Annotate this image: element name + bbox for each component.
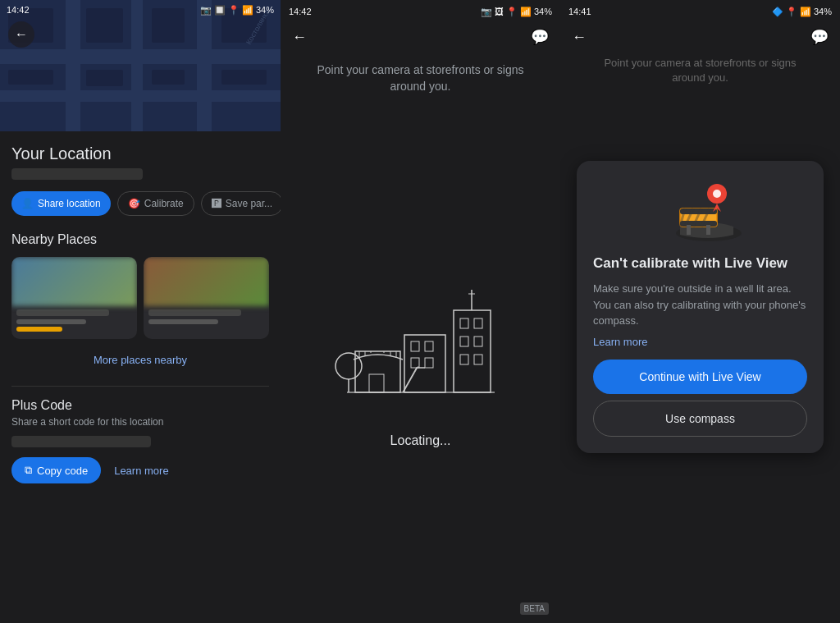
battery-panel1: 34% bbox=[256, 5, 274, 15]
svg-rect-24 bbox=[411, 341, 419, 351]
battery-panel3: 34% bbox=[814, 7, 832, 16]
card-body: Make sure you're outside in a well lit a… bbox=[593, 281, 807, 329]
svg-rect-51 bbox=[706, 225, 710, 235]
panel2-header: ← 💬 bbox=[281, 23, 560, 46]
svg-rect-17 bbox=[460, 318, 468, 328]
back-button-panel3[interactable]: ← bbox=[572, 29, 587, 46]
status-icons-panel3: 🔷 📍 📶 34% bbox=[772, 7, 832, 17]
nearby-card-2-name bbox=[148, 309, 241, 316]
map-svg: Костолянка bbox=[0, 0, 281, 131]
plus-code-title: Plus Code bbox=[11, 398, 269, 413]
calibrate-icon: 🎯 bbox=[128, 198, 140, 209]
share-icon: 👤 bbox=[21, 198, 34, 209]
time-panel3: 14:41 bbox=[568, 7, 591, 16]
barrier-pin-illustration bbox=[655, 177, 746, 243]
message-icon-panel2[interactable]: 💬 bbox=[531, 28, 549, 46]
learn-more-link-pluscode[interactable]: Learn more bbox=[114, 465, 168, 477]
svg-rect-20 bbox=[474, 337, 482, 346]
svg-point-37 bbox=[336, 353, 362, 379]
plus-code-value-blur bbox=[11, 436, 151, 447]
panel-liveview: 14:42 📷 🖼 📍 📶 34% ← 💬 Point your camera … bbox=[281, 0, 560, 623]
beta-badge: BETA bbox=[520, 602, 549, 615]
svg-rect-22 bbox=[474, 355, 482, 364]
nearby-card-2-text bbox=[144, 306, 269, 328]
svg-rect-16 bbox=[454, 310, 491, 392]
location-info-content: Your Location 👤 Share location 🎯 Calibra… bbox=[0, 131, 281, 623]
camera-instruction-panel2: Point your camera at storefronts or sign… bbox=[281, 46, 560, 103]
camera-instruction-panel3: Point your camera at storefronts or sign… bbox=[560, 46, 840, 85]
panel3-camera-bg: Point your camera at storefronts or sign… bbox=[560, 46, 840, 623]
map-view: Костолянка 14:42 📷 🔲 📍 📶 34% ← bbox=[0, 0, 281, 131]
nearby-card-1-name bbox=[16, 309, 109, 316]
divider-1 bbox=[11, 386, 269, 387]
svg-rect-7 bbox=[8, 70, 53, 85]
svg-rect-11 bbox=[152, 70, 185, 85]
back-button-panel2[interactable]: ← bbox=[292, 29, 307, 46]
copy-icon: ⧉ bbox=[25, 464, 32, 477]
calibration-error-card: Can't calibrate with Live View Make sure… bbox=[577, 161, 824, 453]
svg-rect-5 bbox=[197, 0, 212, 131]
share-location-button[interactable]: 👤 Share location bbox=[11, 191, 111, 216]
time-panel2: 14:42 bbox=[289, 7, 312, 16]
svg-rect-13 bbox=[221, 70, 267, 85]
location-icon-p3: 📍 bbox=[786, 7, 797, 17]
use-compass-button[interactable]: Use compass bbox=[593, 401, 807, 437]
continue-live-view-button[interactable]: Continue with Live View bbox=[593, 360, 807, 394]
nearby-card-1-sub bbox=[16, 319, 86, 324]
svg-rect-28 bbox=[355, 351, 400, 392]
location-icon: 📍 bbox=[228, 5, 240, 16]
svg-rect-4 bbox=[131, 0, 143, 131]
svg-rect-25 bbox=[425, 341, 433, 351]
nearby-card-1-image bbox=[11, 257, 137, 306]
copy-code-button[interactable]: ⧉ Copy code bbox=[11, 457, 101, 483]
bluetooth-icon-p3: 🔷 bbox=[772, 7, 783, 17]
svg-rect-3 bbox=[66, 0, 80, 131]
location-icon-p2: 📍 bbox=[506, 7, 518, 17]
svg-rect-9 bbox=[86, 70, 123, 86]
nearby-card-2-sub bbox=[148, 319, 218, 324]
action-buttons-row: 👤 Share location 🎯 Calibrate 🅿 Save par.… bbox=[11, 191, 269, 216]
svg-rect-36 bbox=[369, 374, 384, 392]
status-bar-panel1: 14:42 📷 🔲 📍 📶 34% bbox=[0, 0, 281, 20]
svg-line-39 bbox=[404, 366, 418, 391]
card-illustration bbox=[593, 177, 807, 243]
time-panel1: 14:42 bbox=[7, 5, 30, 15]
your-location-title: Your Location bbox=[11, 144, 269, 163]
nearby-card-1[interactable] bbox=[11, 257, 137, 339]
svg-rect-21 bbox=[460, 355, 468, 364]
panel-calibration-error: 14:41 🔷 📍 📶 34% ← 💬 Point your camera at… bbox=[560, 0, 840, 623]
city-illustration bbox=[331, 277, 511, 409]
card-learn-more-link[interactable]: Learn more bbox=[593, 336, 807, 348]
copy-learn-row: ⧉ Copy code Learn more bbox=[11, 457, 269, 483]
nearby-card-1-text bbox=[11, 306, 137, 335]
nearby-places-title: Nearby Places bbox=[11, 232, 269, 247]
parking-icon: 🅿 bbox=[212, 198, 221, 209]
more-places-nearby-link[interactable]: More places nearby bbox=[11, 346, 269, 374]
message-icon-panel3[interactable]: 💬 bbox=[810, 28, 829, 46]
status-bar-panel3: 14:41 🔷 📍 📶 34% bbox=[560, 0, 840, 23]
status-icons-panel2: 📷 🖼 📍 📶 34% bbox=[481, 7, 552, 17]
plus-code-subtitle: Share a short code for this location bbox=[11, 416, 269, 428]
svg-rect-27 bbox=[425, 358, 433, 368]
battery-panel2: 34% bbox=[534, 7, 552, 16]
panel3-header: ← 💬 bbox=[560, 23, 840, 46]
status-icons-panel1: 📷 🔲 📍 📶 34% bbox=[200, 5, 274, 16]
nearby-card-2-image bbox=[144, 257, 269, 306]
calibrate-button[interactable]: 🎯 Calibrate bbox=[117, 191, 194, 216]
locating-text: Locating... bbox=[390, 433, 451, 448]
svg-rect-18 bbox=[474, 318, 482, 328]
location-address-blur bbox=[11, 168, 143, 180]
back-button-panel1[interactable]: ← bbox=[8, 21, 34, 48]
camera-viewport-panel2: Locating... bbox=[281, 103, 560, 623]
panel-location: Костолянка 14:42 📷 🔲 📍 📶 34% ← Your Loca… bbox=[0, 0, 281, 623]
svg-rect-50 bbox=[687, 225, 691, 235]
status-bar-panel2: 14:42 📷 🖼 📍 📶 34% bbox=[281, 0, 560, 23]
nearby-card-2[interactable] bbox=[144, 257, 269, 339]
save-parking-button[interactable]: 🅿 Save par... bbox=[201, 191, 281, 216]
svg-point-53 bbox=[713, 190, 721, 198]
nearby-places-grid bbox=[11, 257, 269, 339]
nearby-card-1-rating bbox=[16, 327, 62, 332]
svg-rect-19 bbox=[460, 337, 468, 346]
card-title: Can't calibrate with Live View bbox=[593, 254, 807, 273]
